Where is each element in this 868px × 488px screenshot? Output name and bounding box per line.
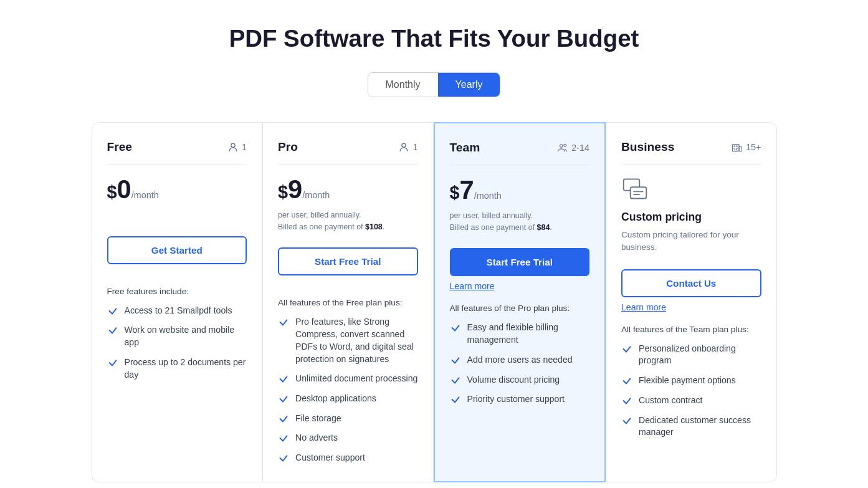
features-label-team: All features of the Pro plan plus:: [450, 304, 590, 313]
plan-users-business: 15+: [732, 141, 761, 153]
cta-button-team[interactable]: Start Free Trial: [450, 248, 590, 276]
plan-price-team: $7/month: [450, 175, 590, 205]
plan-price-free: $0/month: [107, 175, 247, 204]
feature-item: Pro features, like Strong Compress, conv…: [278, 316, 418, 365]
page-title: PDF Software That Fits Your Budget: [12, 25, 856, 52]
check-icon: [278, 452, 289, 464]
plan-users-pro: 1: [398, 141, 417, 153]
feature-item: Custom contract: [621, 395, 761, 407]
plan-name-pro: Pro: [278, 140, 298, 154]
feature-item: No adverts: [278, 432, 418, 444]
plan-header-pro: Pro 1: [278, 140, 418, 165]
features-label-free: Free features include:: [107, 287, 247, 296]
features-label-pro: All features of the Free plan plus:: [278, 298, 418, 307]
price-note-pro: per user, billed annually. Billed as one…: [278, 209, 418, 232]
check-icon: [621, 415, 632, 426]
svg-rect-5: [739, 146, 742, 151]
plan-users-team: 2-14: [557, 142, 589, 153]
plan-card-pro: Pro 1 $9/month per user, billed annually…: [262, 122, 434, 482]
feature-item: Add more users as needed: [450, 354, 590, 366]
billing-toggle: Monthly Yearly: [12, 72, 856, 97]
cta-button-business[interactable]: Contact Us: [621, 269, 761, 297]
custom-pricing-label: Custom pricing: [621, 211, 761, 224]
check-icon: [450, 375, 461, 386]
svg-rect-4: [733, 145, 740, 151]
plan-card-team: Team 2-14 $7/month per user, billed annu…: [434, 122, 606, 482]
check-icon: [107, 325, 118, 336]
custom-pricing-desc: Custom pricing tailored for your busines…: [621, 229, 761, 254]
plan-name-team: Team: [450, 141, 480, 155]
check-icon: [107, 305, 118, 317]
feature-item: Dedicated customer success manager: [621, 414, 761, 439]
person-icon: [227, 141, 239, 153]
check-icon: [450, 322, 461, 333]
price-note-team: per user, billed annually. Billed as one…: [450, 210, 590, 233]
plan-price-pro: $9/month: [278, 175, 418, 204]
cta-button-free[interactable]: Get Started: [107, 236, 247, 264]
cta-button-pro[interactable]: Start Free Trial: [278, 247, 418, 275]
feature-item: Desktop applications: [278, 393, 418, 405]
plans-container: Free 1 $0/month Get StartedFree features…: [92, 122, 777, 482]
svg-rect-12: [631, 187, 647, 198]
check-icon: [278, 373, 289, 385]
check-icon: [278, 393, 289, 404]
svg-point-1: [402, 143, 406, 147]
feature-list-business: Personalized onboarding program Flexible…: [621, 343, 761, 439]
feature-item: Work on website and mobile app: [107, 324, 247, 348]
learn-more-link-business[interactable]: Learn more: [621, 302, 761, 312]
feature-item: Priority customer support: [450, 393, 590, 406]
custom-pricing-section: Custom pricing: [621, 175, 761, 224]
plan-header-business: Business 15+: [621, 140, 761, 165]
check-icon: [450, 394, 461, 405]
feature-item: Volume discount pricing: [450, 374, 590, 386]
plan-name-business: Business: [621, 140, 674, 154]
check-icon: [278, 413, 289, 424]
people-icon: [557, 142, 568, 153]
svg-point-0: [231, 143, 235, 147]
svg-rect-9: [737, 148, 738, 150]
check-icon: [278, 317, 289, 328]
feature-item: Access to 21 Smallpdf tools: [107, 305, 247, 317]
plan-header-team: Team 2-14: [450, 141, 590, 165]
svg-rect-10: [735, 150, 737, 151]
check-icon: [450, 355, 461, 366]
feature-item: Flexible payment options: [621, 375, 761, 387]
learn-more-link-team[interactable]: Learn more: [450, 281, 590, 291]
check-icon: [621, 395, 632, 406]
svg-point-3: [564, 144, 566, 146]
svg-rect-7: [737, 146, 738, 147]
svg-rect-6: [734, 146, 735, 147]
yearly-toggle-button[interactable]: Yearly: [438, 73, 500, 97]
features-label-business: All features of the Team plan plus:: [621, 325, 761, 334]
check-icon: [621, 343, 632, 355]
plan-name-free: Free: [107, 140, 133, 154]
feature-item: Unlimited document processing: [278, 373, 418, 385]
feature-item: Process up to 2 documents per day: [107, 356, 247, 381]
check-icon: [107, 357, 118, 368]
check-icon: [621, 375, 632, 386]
monthly-toggle-button[interactable]: Monthly: [368, 73, 438, 97]
plan-header-free: Free 1: [107, 140, 247, 165]
building-icon: [732, 141, 743, 153]
svg-rect-8: [734, 148, 735, 150]
toggle-container: Monthly Yearly: [368, 72, 501, 97]
feature-list-pro: Pro features, like Strong Compress, conv…: [278, 316, 418, 464]
feature-item: Personalized onboarding program: [621, 343, 761, 367]
plan-users-free: 1: [227, 141, 247, 153]
custom-pricing-icon: [621, 175, 649, 202]
feature-item: File storage: [278, 413, 418, 425]
check-icon: [278, 433, 289, 444]
person-icon: [398, 141, 409, 153]
feature-item: Easy and flexible billing management: [450, 322, 590, 346]
feature-list-free: Access to 21 Smallpdf tools Work on webs…: [107, 305, 247, 381]
svg-point-2: [560, 145, 563, 148]
feature-list-team: Easy and flexible billing management Add…: [450, 322, 590, 406]
plan-card-business: Business 15+ Custom pricing Custom prici…: [606, 122, 777, 482]
plan-card-free: Free 1 $0/month Get StartedFree features…: [92, 122, 263, 482]
feature-item: Customer support: [278, 452, 418, 464]
